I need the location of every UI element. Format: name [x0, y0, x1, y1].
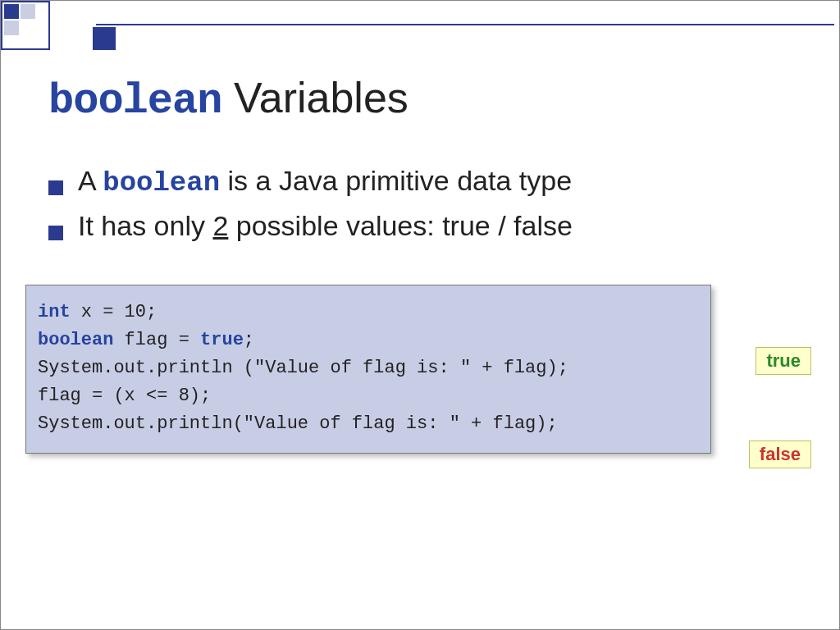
bullet-item: A boolean is a Java primitive data type	[48, 165, 806, 199]
code-line: boolean flag = true;	[38, 326, 699, 354]
code-text: flag =	[113, 330, 200, 350]
code-text: ;	[244, 330, 254, 350]
code-line: System.out.println ("Value of flag is: "…	[38, 354, 699, 382]
deco-line	[96, 24, 834, 25]
keyword: boolean	[38, 330, 113, 350]
slide-title: boolean Variables	[48, 73, 409, 126]
keyword: int	[38, 302, 71, 322]
keyword: boolean	[103, 167, 220, 199]
code-text: x = 10;	[71, 302, 158, 322]
code-line: System.out.println("Value of flag is: " …	[38, 410, 699, 438]
bullet-text: A boolean is a Java primitive data type	[78, 165, 572, 199]
code-block: int x = 10; boolean flag = true; System.…	[25, 285, 711, 454]
deco-square-icon	[93, 27, 116, 50]
deco-square-icon	[4, 4, 19, 19]
text: It has only	[78, 210, 212, 241]
deco-square-icon	[4, 21, 19, 35]
deco-square-icon	[21, 4, 35, 19]
code-line: int x = 10;	[38, 299, 699, 326]
bullet-list: A boolean is a Java primitive data type …	[48, 165, 806, 253]
code-line: flag = (x <= 8);	[38, 382, 699, 410]
output-badge-true: true	[756, 347, 811, 375]
text: is a Java primitive data type	[220, 165, 572, 196]
title-text: Variables	[221, 74, 408, 121]
bullet-text: It has only 2 possible values: true / fa…	[78, 210, 573, 242]
underlined-text: 2	[212, 210, 228, 241]
title-keyword: boolean	[48, 77, 221, 126]
corner-decoration	[1, 1, 116, 50]
slide: boolean Variables A boolean is a Java pr…	[0, 0, 840, 630]
text: A	[78, 165, 103, 196]
keyword: true	[200, 330, 244, 350]
bullet-item: It has only 2 possible values: true / fa…	[48, 210, 806, 242]
square-bullet-icon	[48, 226, 63, 240]
square-bullet-icon	[48, 180, 63, 195]
output-badge-false: false	[749, 441, 811, 468]
text: possible values: true / false	[228, 210, 573, 241]
